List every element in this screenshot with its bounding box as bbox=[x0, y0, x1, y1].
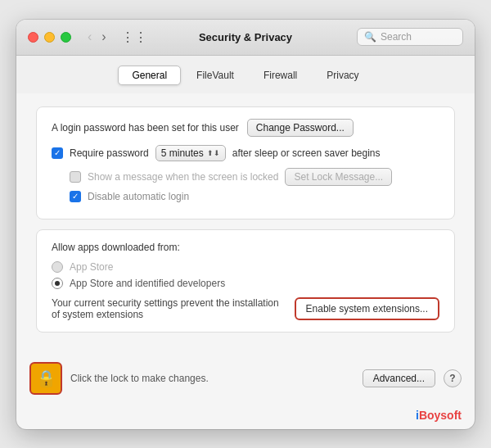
checkmark-icon: ✓ bbox=[72, 192, 79, 201]
after-sleep-text: after sleep or screen saver begins bbox=[232, 147, 381, 159]
show-message-row: Show a message when the screen is locked… bbox=[70, 168, 439, 186]
app-store-identified-radio[interactable] bbox=[52, 278, 63, 289]
allow-apps-title: Allow apps downloaded from: bbox=[52, 242, 439, 253]
app-store-row: App Store bbox=[52, 261, 439, 273]
search-input[interactable] bbox=[381, 31, 456, 43]
login-section: A login password has been set for this u… bbox=[36, 106, 455, 219]
traffic-lights bbox=[28, 32, 71, 43]
forward-button[interactable]: › bbox=[98, 29, 109, 45]
content-area: A login password has been set for this u… bbox=[16, 93, 475, 355]
ext-warning-text: Your current security settings prevent t… bbox=[52, 297, 285, 320]
radio-dot-icon bbox=[55, 281, 60, 286]
allow-apps-section: Allow apps downloaded from: App Store Ap… bbox=[36, 229, 455, 333]
extensions-row: Your current security settings prevent t… bbox=[52, 297, 439, 320]
app-store-identified-label: App Store and identified developers bbox=[70, 278, 225, 289]
change-password-button[interactable]: Change Password... bbox=[247, 119, 354, 137]
login-row: A login password has been set for this u… bbox=[52, 119, 439, 137]
require-password-checkbox[interactable]: ✓ bbox=[52, 147, 63, 159]
login-password-text: A login password has been set for this u… bbox=[52, 122, 239, 133]
disable-auto-login-label: Disable automatic login bbox=[88, 191, 189, 202]
dropdown-value: 5 minutes bbox=[161, 147, 204, 159]
time-dropdown[interactable]: 5 minutes ⬆⬇ bbox=[155, 145, 226, 161]
brand-boysoft: Boysoft bbox=[419, 409, 462, 422]
app-store-identified-row: App Store and identified developers bbox=[52, 278, 439, 289]
lock-icon[interactable]: 🔒 bbox=[29, 362, 62, 395]
brand-area: iBoysoft bbox=[16, 405, 475, 429]
titlebar: ‹ › ⋮⋮ Security & Privacy 🔍 bbox=[16, 20, 475, 56]
tabs-row: General FileVault Firewall Privacy bbox=[16, 56, 475, 93]
minimize-button[interactable] bbox=[44, 32, 55, 43]
chevron-up-down-icon: ⬆⬇ bbox=[207, 149, 220, 157]
maximize-button[interactable] bbox=[61, 32, 71, 43]
main-window: ‹ › ⋮⋮ Security & Privacy 🔍 General File… bbox=[16, 20, 475, 429]
advanced-button[interactable]: Advanced... bbox=[363, 369, 435, 387]
disable-auto-login-row: ✓ Disable automatic login bbox=[70, 191, 439, 202]
lock-message-text: Click the lock to make changes. bbox=[70, 373, 354, 384]
tab-general[interactable]: General bbox=[118, 66, 181, 85]
back-button[interactable]: ‹ bbox=[84, 29, 95, 45]
search-icon: 🔍 bbox=[364, 31, 376, 43]
close-button[interactable] bbox=[28, 32, 38, 43]
tab-firewall[interactable]: Firewall bbox=[250, 66, 311, 85]
nav-buttons: ‹ › bbox=[84, 29, 110, 45]
checkmark-icon: ✓ bbox=[54, 149, 61, 157]
tab-privacy[interactable]: Privacy bbox=[313, 66, 372, 85]
require-password-label: Require password bbox=[70, 147, 149, 159]
tab-filevault[interactable]: FileVault bbox=[182, 66, 248, 85]
bottom-bar: 🔒 Click the lock to make changes. Advanc… bbox=[16, 355, 475, 405]
app-store-label: App Store bbox=[70, 261, 113, 273]
grid-button[interactable]: ⋮⋮ bbox=[118, 28, 151, 47]
show-message-checkbox[interactable] bbox=[70, 171, 81, 183]
disable-auto-login-checkbox[interactable]: ✓ bbox=[70, 191, 81, 202]
show-message-label: Show a message when the screen is locked bbox=[88, 171, 278, 183]
enable-extensions-button[interactable]: Enable system extensions... bbox=[295, 297, 439, 320]
require-password-row: ✓ Require password 5 minutes ⬆⬇ after sl… bbox=[52, 145, 439, 161]
search-box[interactable]: 🔍 bbox=[357, 28, 463, 46]
brand-logo: iBoysoft bbox=[416, 409, 462, 422]
set-lock-message-button[interactable]: Set Lock Message... bbox=[285, 168, 392, 186]
app-store-radio[interactable] bbox=[52, 261, 63, 273]
window-title: Security & Privacy bbox=[199, 31, 292, 43]
help-button[interactable]: ? bbox=[444, 369, 462, 387]
